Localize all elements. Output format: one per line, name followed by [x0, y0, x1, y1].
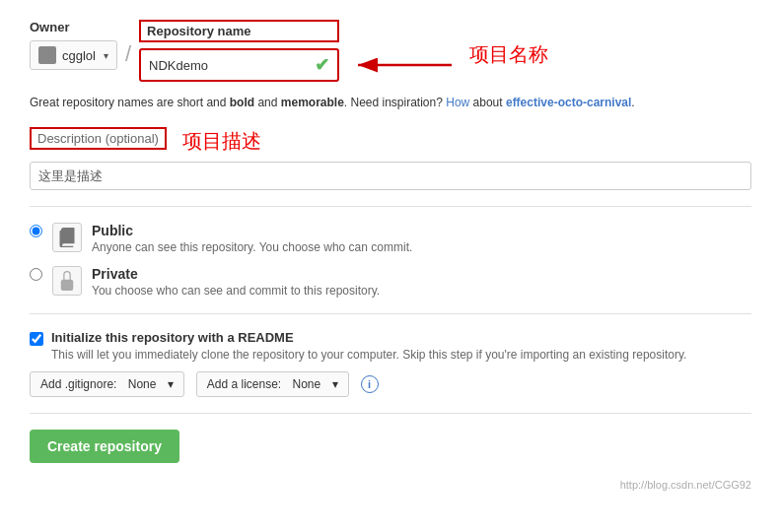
repo-annotation-text: 项目名称	[469, 41, 548, 68]
public-radio[interactable]	[30, 225, 42, 237]
create-repository-button[interactable]: Create repository	[30, 430, 179, 463]
public-label: Public	[92, 223, 133, 238]
private-icon	[52, 266, 82, 296]
gitignore-arrow: ▾	[168, 377, 174, 391]
private-radio-text: Private You choose who can see and commi…	[92, 266, 380, 298]
owner-dropdown-arrow: ▾	[104, 50, 108, 61]
init-text: Initialize this repository with a README…	[51, 330, 686, 362]
owner-label: Owner	[30, 20, 117, 34]
radio-group: Public Anyone can see this repository. Y…	[30, 223, 751, 298]
owner-dropdown[interactable]: cgglol ▾	[30, 40, 117, 70]
repo-name-section: Repository name ✔	[139, 20, 339, 82]
desc-label: Description (optional)	[37, 131, 159, 146]
divider-1	[30, 206, 751, 207]
init-row: Initialize this repository with a README…	[30, 330, 751, 362]
check-icon: ✔	[315, 54, 329, 76]
license-label: Add a license:	[207, 377, 281, 391]
gitignore-dropdown[interactable]: Add .gitignore: None ▾	[30, 371, 184, 397]
gitignore-label: Add .gitignore:	[40, 377, 116, 391]
owner-avatar	[38, 46, 56, 64]
private-radio-item: Private You choose who can see and commi…	[30, 266, 751, 298]
private-label: Private	[92, 266, 138, 282]
init-checkbox[interactable]	[30, 332, 43, 346]
name-row: Owner cgglol ▾ / Repository name ✔	[30, 20, 751, 86]
info-icon[interactable]: i	[361, 375, 379, 393]
private-description: You choose who can see and commit to thi…	[92, 284, 380, 298]
license-dropdown[interactable]: Add a license: None ▾	[196, 371, 349, 397]
gitignore-value: None	[128, 377, 157, 391]
initialize-section: Initialize this repository with a README…	[30, 330, 751, 397]
owner-section: Owner cgglol ▾	[30, 20, 117, 70]
public-radio-item: Public Anyone can see this repository. Y…	[30, 223, 751, 254]
desc-label-wrap: Description (optional)	[30, 127, 167, 150]
repo-name-input-wrap: ✔	[139, 48, 339, 82]
license-value: None	[293, 377, 321, 391]
public-description: Anyone can see this repository. You choo…	[92, 240, 412, 254]
repo-name-label: Repository name	[139, 20, 339, 42]
init-description: This will let you immediately clone the …	[51, 348, 686, 362]
divider-3	[30, 413, 751, 414]
description-input[interactable]	[30, 162, 751, 190]
public-radio-text: Public Anyone can see this repository. Y…	[92, 223, 412, 254]
optional-label: (optional)	[106, 131, 159, 146]
owner-username: cgglol	[62, 48, 96, 63]
divider-2	[30, 313, 751, 314]
footer-url: http://blog.csdn.net/CGG92	[30, 479, 751, 491]
description-section: Description (optional) 项目描述	[30, 127, 751, 190]
slash-divider: /	[125, 41, 131, 67]
add-files-row: Add .gitignore: None ▾ Add a license: No…	[30, 371, 751, 397]
how-link[interactable]: How	[446, 96, 469, 109]
public-icon	[52, 223, 82, 252]
repo-name-input[interactable]	[149, 58, 307, 73]
helper-text: Great repository names are short and bol…	[30, 94, 751, 111]
desc-annotation-text: 项目描述	[182, 128, 261, 155]
red-arrow-svg	[343, 47, 462, 83]
init-label: Initialize this repository with a README	[51, 330, 294, 345]
suggestion-link[interactable]: effective-octo-carnival	[506, 96, 631, 109]
license-arrow: ▾	[332, 377, 338, 391]
arrow-area	[343, 47, 462, 86]
private-radio[interactable]	[30, 268, 42, 281]
